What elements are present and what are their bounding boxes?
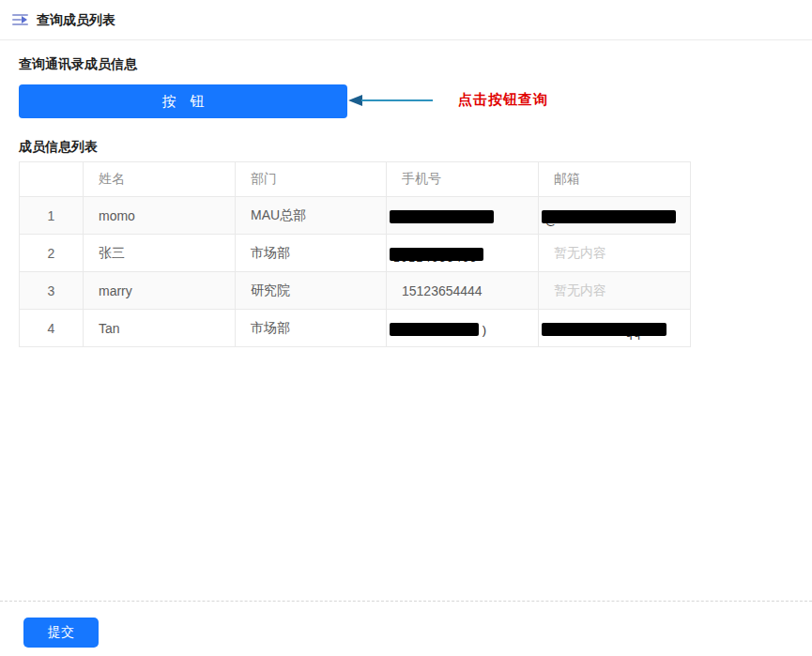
submit-button[interactable]: 提交 (23, 618, 99, 648)
member-table: 姓名 部门 手机号 邮箱 1momoMAU总部@2张三市场部1912465546… (19, 161, 691, 347)
annotation-text: 点击按钮查询 (458, 91, 548, 109)
cell-name: Tan (84, 310, 236, 347)
table-row: 1momoMAU总部@ (20, 197, 691, 235)
cell-name: marry (84, 272, 236, 310)
table-row: 3marry研究院15123654444暂无内容 (20, 272, 691, 310)
table-row: 2张三市场部19124655465暂无内容 (20, 235, 691, 272)
col-header-dept: 部门 (236, 162, 387, 197)
cell-index: 2 (20, 235, 84, 272)
cell-dept: 市场部 (236, 310, 387, 347)
cell-phone: ) (387, 310, 539, 347)
top-bar: 查询成员列表 (0, 0, 812, 40)
arrow-left-icon (348, 95, 362, 106)
redaction-bar: ) (390, 323, 479, 336)
cell-index: 1 (20, 197, 84, 235)
cell-dept: MAU总部 (236, 197, 387, 235)
col-header-phone: 手机号 (387, 162, 539, 197)
cell-dept: 研究院 (236, 272, 387, 310)
redaction-bar: @ (542, 210, 676, 223)
empty-placeholder: 暂无内容 (554, 245, 606, 260)
arrow-line (361, 99, 433, 101)
col-header-email: 邮箱 (539, 162, 691, 197)
cell-phone: 15123654444 (387, 272, 539, 310)
collapse-menu-icon[interactable] (12, 13, 29, 27)
col-header-index (20, 162, 84, 197)
redaction-bar (390, 210, 494, 223)
footer-divider (0, 601, 812, 602)
cell-index: 3 (20, 272, 84, 310)
table-row: 4Tan市场部)qq (20, 310, 691, 347)
cell-index: 4 (20, 310, 84, 347)
redaction-bar: 19124655465 (390, 248, 483, 261)
cell-dept: 市场部 (236, 235, 387, 272)
cell-name: momo (84, 197, 236, 235)
empty-placeholder: 暂无内容 (554, 282, 606, 297)
cell-email: qq (539, 310, 691, 347)
table-header-row: 姓名 部门 手机号 邮箱 (20, 162, 691, 197)
cell-email: 暂无内容 (539, 272, 691, 310)
member-list-label: 成员信息列表 (19, 139, 98, 156)
col-header-name: 姓名 (84, 162, 236, 197)
query-button[interactable]: 按 钮 (19, 84, 347, 118)
page-title: 查询成员列表 (37, 12, 115, 29)
redaction-bar: qq (542, 323, 666, 336)
cell-name: 张三 (84, 235, 236, 272)
query-section-label: 查询通讯录成员信息 (19, 56, 137, 73)
cell-email: 暂无内容 (539, 235, 691, 272)
cell-phone (387, 197, 539, 235)
cell-phone: 19124655465 (387, 235, 539, 272)
cell-email: @ (539, 197, 691, 235)
